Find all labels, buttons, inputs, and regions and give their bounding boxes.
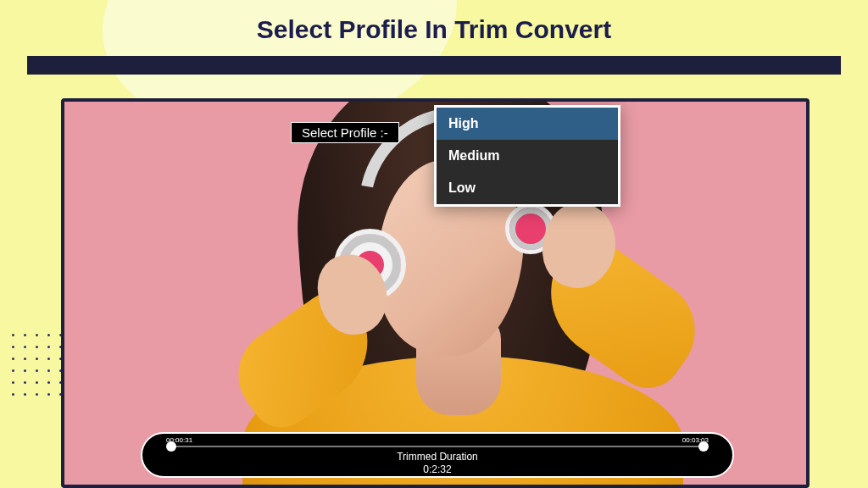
trim-handle-end[interactable]: [698, 441, 709, 452]
profile-dropdown[interactable]: High Medium Low: [434, 105, 620, 207]
trim-track-line: [171, 446, 704, 447]
trim-caption-value: 0:2:32: [397, 463, 478, 476]
trim-track[interactable]: 00:00:31 00:03:03: [166, 437, 709, 449]
select-profile-label: Select Profile :-: [291, 122, 399, 143]
video-frame: Select Profile :- High Medium Low 00:00:…: [64, 102, 806, 485]
trim-bar: 00:00:31 00:03:03 Trimmed Duration 0:2:3…: [141, 432, 734, 478]
profile-option-high[interactable]: High: [437, 108, 618, 140]
trim-caption-label: Trimmed Duration: [397, 451, 478, 463]
header: Select Profile In Trim Convert: [0, 0, 868, 75]
page-title: Select Profile In Trim Convert: [0, 15, 868, 44]
video-stage: Select Profile :- High Medium Low 00:00:…: [61, 98, 810, 488]
profile-option-low[interactable]: Low: [437, 172, 618, 204]
profile-option-medium[interactable]: Medium: [437, 140, 618, 172]
header-bar: [27, 56, 841, 75]
trim-caption: Trimmed Duration 0:2:32: [397, 451, 478, 476]
trim-handle-start[interactable]: [166, 441, 176, 452]
bg-dots: [8, 330, 59, 398]
